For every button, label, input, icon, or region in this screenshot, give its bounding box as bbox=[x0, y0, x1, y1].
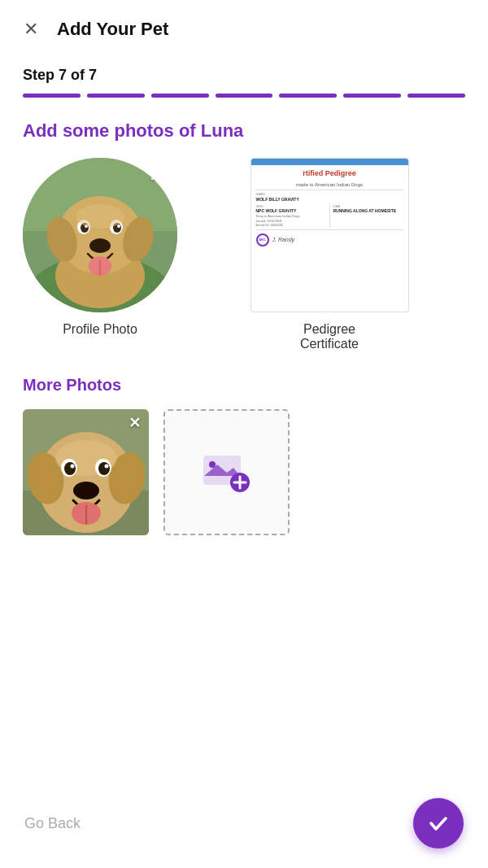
close-button[interactable]: ✕ bbox=[16, 15, 46, 44]
close-icon: ✕ bbox=[24, 19, 38, 40]
step-bar-1 bbox=[23, 94, 81, 98]
more-photos-section: More Photos bbox=[0, 368, 488, 535]
footer: Go Back bbox=[0, 795, 488, 868]
profile-photo-remove[interactable]: ✕ bbox=[149, 166, 163, 185]
svg-point-13 bbox=[89, 238, 111, 253]
confirm-button[interactable] bbox=[413, 798, 464, 848]
svg-point-12 bbox=[117, 225, 120, 228]
svg-point-16 bbox=[76, 204, 124, 229]
go-back-button[interactable]: Go Back bbox=[24, 815, 81, 832]
pedigree-subtitle: made to American Indian Dogs bbox=[256, 181, 403, 188]
more-photo-item-1[interactable]: ✕ bbox=[23, 409, 149, 535]
svg-point-29 bbox=[73, 482, 99, 499]
svg-point-26 bbox=[98, 462, 110, 475]
step-bar-3 bbox=[151, 94, 209, 98]
add-photo-button[interactable] bbox=[163, 409, 290, 535]
pedigree-logo: AKC bbox=[256, 233, 269, 246]
pedigree-signature: J. Randy bbox=[272, 236, 295, 244]
more-photos-grid: ✕ bbox=[23, 409, 465, 535]
header: ✕ Add Your Pet bbox=[0, 0, 488, 52]
svg-point-25 bbox=[64, 462, 76, 475]
step-bar-4 bbox=[216, 94, 273, 98]
step-section: Step 7 of 7 bbox=[0, 52, 488, 98]
step-bar-2 bbox=[87, 94, 145, 98]
more-photo-1-remove[interactable]: ✕ bbox=[129, 414, 141, 432]
profile-photo-wrapper: ✕ Profile Photo bbox=[23, 158, 177, 337]
svg-point-33 bbox=[209, 461, 216, 468]
pedigree-content: rtified Pedigree made to American Indian… bbox=[251, 165, 408, 312]
add-photo-icon bbox=[203, 450, 251, 495]
pedigree-title: rtified Pedigree bbox=[256, 168, 403, 179]
step-label: Step 7 of 7 bbox=[23, 67, 465, 84]
add-image-icon bbox=[203, 450, 251, 495]
checkmark-icon bbox=[427, 812, 450, 835]
step-progress-bars bbox=[23, 94, 465, 98]
step-bar-5 bbox=[279, 94, 337, 98]
photos-row: ✕ Profile Photo rtified Pedigree made to… bbox=[0, 150, 488, 368]
section-title: Add some photos of Luna bbox=[0, 98, 488, 150]
pedigree-wrapper: rtified Pedigree made to American Indian… bbox=[194, 158, 465, 351]
pedigree-card[interactable]: rtified Pedigree made to American Indian… bbox=[251, 158, 409, 312]
profile-photo-label: Profile Photo bbox=[63, 322, 137, 337]
svg-point-27 bbox=[71, 465, 75, 469]
more-photos-title: More Photos bbox=[23, 376, 465, 395]
page-title: Add Your Pet bbox=[57, 19, 168, 40]
step-bar-6 bbox=[343, 94, 401, 98]
svg-point-28 bbox=[105, 465, 109, 469]
profile-photo-circle[interactable]: ✕ bbox=[23, 158, 177, 312]
pedigree-header-bar bbox=[251, 159, 408, 165]
pedigree-label: PedigreeCertificate bbox=[300, 322, 359, 351]
step-bar-7 bbox=[407, 94, 465, 98]
